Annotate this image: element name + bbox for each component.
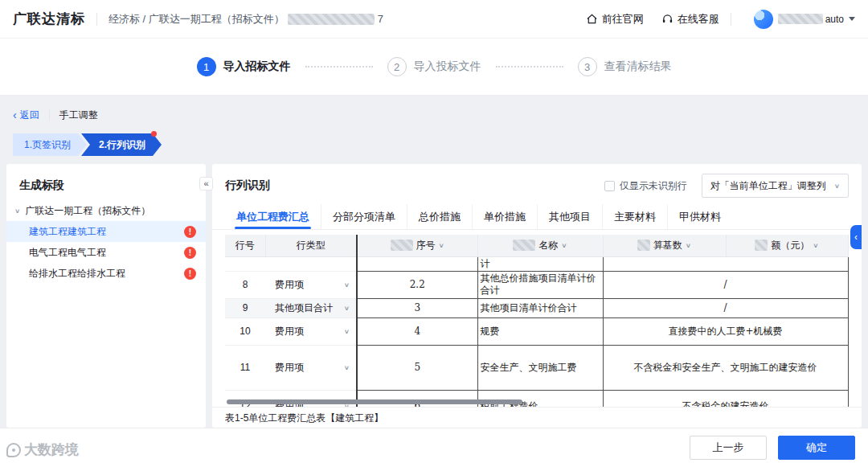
sidebar: « 生成标段 ∨ 广联达一期工程（招标文件） 建筑工程建筑工程 ! 电气工程电气… — [6, 164, 206, 428]
step-number: 2 — [387, 57, 407, 76]
tree-item-label: 建筑工程建筑工程 — [29, 225, 106, 239]
doc-seq: 2.2 — [357, 271, 477, 298]
col-mapping-basis[interactable]: 算基数∨ — [603, 235, 726, 256]
step-connector — [305, 66, 373, 68]
user-menu[interactable]: auto — [743, 10, 855, 29]
alert-dot — [151, 131, 157, 137]
doc-name: 其他总价措施项目清单计价合计 — [477, 271, 603, 298]
top-header: 广联达清标 经济标 / 广联达一期工程（招标文件） 7 前往官网 在线客服 au… — [0, 0, 868, 39]
filter-unrecognized-checkbox[interactable]: 仅显示未识别行 — [604, 179, 687, 193]
breadcrumb-suffix: 7 — [378, 13, 383, 25]
back-button[interactable]: ‹ 返回 — [13, 109, 39, 122]
page-title: 手工调整 — [59, 109, 98, 122]
panel-title: 行列识别 — [225, 178, 270, 193]
confirm-button[interactable]: 确定 — [778, 436, 855, 460]
horizontal-scrollbar[interactable] — [227, 399, 522, 404]
chevron-down-icon: ∨ — [344, 305, 350, 312]
doc-name: 规费 — [477, 317, 603, 345]
watermark-logo-icon — [6, 443, 21, 457]
sidebar-title: 生成标段 — [6, 174, 206, 201]
app-logo: 广联达清标 — [13, 10, 85, 28]
tab-other-items[interactable]: 其他项目 — [538, 204, 603, 229]
row-type-select[interactable]: 费用项∨ — [265, 271, 357, 298]
col-mapping-seq[interactable]: 序号∨ — [357, 235, 477, 256]
sidebar-collapse-button[interactable]: « — [199, 177, 213, 190]
col-header-row-type: 行类型 — [265, 235, 357, 256]
chevron-down-icon: ∨ — [561, 242, 567, 249]
doc-basis: / — [603, 298, 848, 317]
chevron-down-icon: ∨ — [813, 242, 818, 249]
step-import-bid: 2 导入投标文件 — [387, 57, 481, 76]
stage-tab-row-col-recognition[interactable]: 2.行列识别 — [81, 133, 162, 156]
tree-root-project[interactable]: ∨ 广联达一期工程（招标文件） — [6, 201, 206, 221]
step-view-result: 3 查看清标结果 — [578, 57, 672, 76]
error-badge: ! — [184, 268, 196, 280]
previous-step-button[interactable]: 上一步 — [690, 436, 767, 460]
tree-item-label: 电气工程电气工程 — [29, 246, 106, 260]
tab-owner-supplied[interactable]: 甲供材料 — [668, 204, 732, 229]
row-no: 11 — [225, 345, 265, 390]
watermark-text: 大数跨境 — [24, 440, 79, 459]
doc-basis: 直接费中的人工费+机械费 — [603, 317, 848, 345]
redacted-block — [778, 14, 823, 24]
filter-label: 仅显示未识别行 — [620, 179, 687, 193]
sidebar-item-plumbing[interactable]: 给排水工程给排水工程 ! — [6, 263, 206, 284]
stage-tab-page-recognition[interactable]: 1.页签识别 — [13, 133, 87, 156]
divider — [731, 13, 731, 26]
checkbox-icon — [604, 181, 615, 191]
col-mapping-name[interactable]: 名称∨ — [477, 235, 603, 256]
step-connector — [496, 66, 563, 68]
adjust-column-dropdown[interactable]: 对「当前单位工程」调整列 ∨ — [702, 174, 849, 198]
divider — [49, 110, 50, 121]
tab-unit-price-measures[interactable]: 单价措施 — [473, 204, 538, 229]
chevron-down-icon: ∨ — [834, 182, 840, 190]
official-site-link[interactable]: 前往官网 — [586, 12, 644, 27]
adjust-column-label: 对「当前单位工程」调整列 — [710, 179, 826, 193]
table-header-row: 行号 行类型 序号∨ 名称∨ 算基数∨ 额（元）∨ — [225, 235, 848, 256]
row-type-select[interactable]: 其他项目合计∨ — [265, 298, 357, 317]
chevron-left-icon: ‹ — [854, 231, 858, 243]
tree-item-label: 给排水工程给排水工程 — [29, 267, 125, 281]
avatar — [754, 10, 773, 29]
step-number: 1 — [197, 57, 216, 76]
column-panel-toggle[interactable]: ‹ — [850, 225, 862, 249]
chevron-down-icon: ∨ — [686, 242, 691, 249]
table-row-partial: 计 — [225, 256, 848, 271]
tab-main-materials[interactable]: 主要材料 — [603, 204, 668, 229]
doc-seq: 4 — [357, 317, 477, 345]
row-no: 9 — [225, 298, 265, 317]
chevron-down-icon — [849, 17, 855, 21]
error-badge: ! — [184, 247, 196, 259]
doc-name: 其他项目清单计价合计 — [477, 298, 603, 317]
sheet-tabs: 单位工程费汇总 分部分项清单 总价措施 单价措施 其他项目 主要材料 甲供材料 — [212, 204, 862, 230]
breadcrumb-text: 经济标 / 广联达一期工程（招标文件） — [108, 12, 285, 27]
divider — [96, 13, 97, 26]
col-mapping-amount[interactable]: 额（元）∨ — [726, 235, 848, 256]
tree-root-label: 广联达一期工程（招标文件） — [25, 204, 150, 218]
tab-itemized-list[interactable]: 分部分项清单 — [321, 204, 407, 229]
wizard-steps: 1 导入招标文件 2 导入投标文件 3 查看清标结果 — [0, 39, 868, 95]
doc-basis: 不含税金的建安造价 — [603, 390, 848, 407]
table-row: 9 其他项目合计∨ 3 其他项目清单计价合计 / — [225, 298, 848, 317]
row-type-select[interactable]: 费用项∨ — [265, 317, 357, 345]
content-area: ‹ 返回 手工调整 1.页签识别 2.行列识别 « 生成标段 ∨ 广联达一期工程… — [0, 95, 868, 428]
doc-seq: 3 — [357, 298, 477, 317]
table-row: 8 费用项∨ 2.2 其他总价措施项目清单计价合计 / — [225, 271, 848, 298]
row-type-select[interactable]: 费用项∨ — [265, 345, 357, 390]
step-label: 导入投标文件 — [414, 59, 481, 74]
chevron-left-icon: ‹ — [13, 109, 17, 121]
headset-icon — [661, 13, 674, 25]
tab-unit-cost-summary[interactable]: 单位工程费汇总 — [225, 204, 321, 229]
sidebar-item-construction[interactable]: 建筑工程建筑工程 ! — [6, 221, 206, 242]
doc-basis: 不含税金和安全生产、文明施工的建安造价 — [603, 345, 848, 390]
user-name-suffix: auto — [825, 14, 844, 25]
chevron-down-icon: ∨ — [344, 281, 350, 289]
online-service-label: 在线客服 — [678, 12, 719, 27]
chevron-down-icon: ∨ — [344, 364, 350, 371]
step-number: 3 — [578, 57, 597, 76]
tab-total-price-measures[interactable]: 总价措施 — [407, 204, 473, 229]
doc-seq: 5 — [357, 345, 477, 390]
online-service-link[interactable]: 在线客服 — [661, 12, 719, 27]
sidebar-item-electrical[interactable]: 电气工程电气工程 ! — [6, 242, 206, 263]
row-no: 8 — [225, 271, 265, 298]
